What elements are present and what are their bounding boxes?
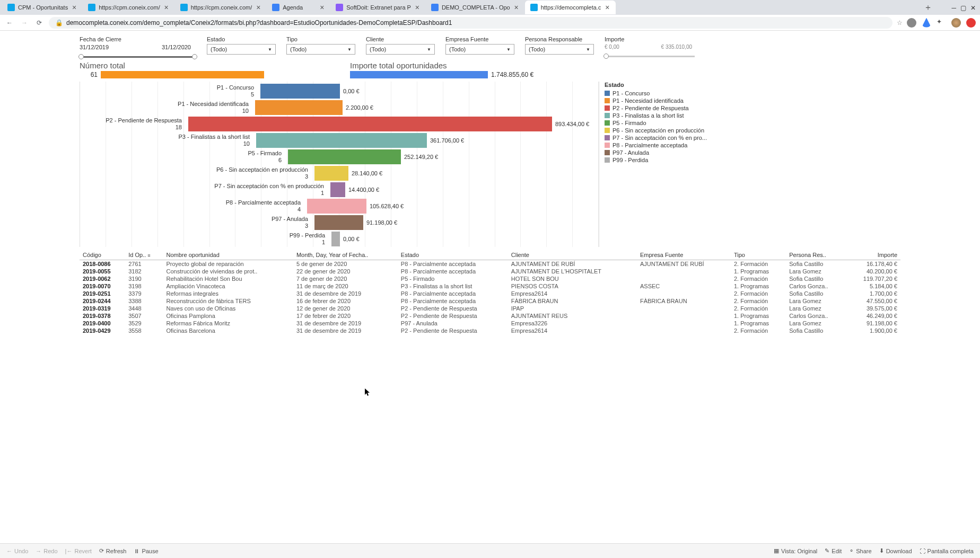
table-row[interactable]: 2019-0244 3388 Reconstrucción de fábrica… bbox=[80, 297, 900, 305]
funnel-row[interactable]: P2 - Pendiente de Respuesta18 893.434,00… bbox=[80, 116, 599, 132]
legend-item[interactable]: P3 - Finalistas a la short list bbox=[605, 112, 707, 119]
maximize-button[interactable]: ▢ bbox=[960, 4, 966, 12]
legend-item[interactable]: P7 - Sin acceptación con % en pro... bbox=[605, 135, 707, 141]
table-row[interactable]: 2018-0086 2761 Proyecto global de repara… bbox=[80, 260, 900, 268]
funnel-chart[interactable]: P1 - Concurso5 0,00 € P1 - Necesidad ide… bbox=[80, 82, 599, 247]
col-id[interactable]: Id Op.. ≡ bbox=[125, 250, 163, 260]
table-row[interactable]: 2019-0400 3529 Reformas Fábrica Moritz 3… bbox=[80, 320, 900, 327]
funnel-bar[interactable] bbox=[255, 100, 343, 115]
extensions-menu-icon[interactable]: ✦ bbox=[937, 18, 946, 28]
persona-dropdown[interactable]: (Todo)▼ bbox=[525, 44, 594, 55]
forward-button[interactable]: → bbox=[19, 17, 30, 28]
tab-close-icon[interactable]: × bbox=[71, 4, 77, 11]
col-persona[interactable]: Persona Res.. bbox=[786, 250, 846, 260]
new-tab-button[interactable]: ＋ bbox=[924, 2, 932, 13]
tab-close-icon[interactable]: × bbox=[513, 4, 520, 11]
legend-item[interactable]: P5 - Firmado bbox=[605, 120, 707, 126]
tab-label: Agenda bbox=[283, 4, 316, 11]
legend-item[interactable]: P2 - Pendiente de Respuesta bbox=[605, 105, 707, 111]
tab-favicon bbox=[7, 4, 15, 11]
browser-tab[interactable]: DEMO_COMPLETA - Opo× bbox=[426, 1, 525, 14]
funnel-row[interactable]: P99 - Perdida1 0,00 € bbox=[80, 231, 599, 247]
table-row[interactable]: 2019-0070 3198 Ampliación Vinacoteca 11 … bbox=[80, 282, 900, 290]
table-row[interactable]: 2019-0055 3182 Construcción de viviendas… bbox=[80, 268, 900, 275]
browser-tab[interactable]: https://democompleta.c× bbox=[525, 1, 616, 14]
funnel-row[interactable]: P8 - Parcialmente acceptada4 105.628,40 … bbox=[80, 198, 599, 214]
funnel-bar[interactable] bbox=[314, 215, 363, 230]
funnel-bar[interactable] bbox=[260, 84, 340, 99]
fecha-slider[interactable] bbox=[80, 56, 196, 58]
table-row[interactable]: 2019-0429 3558 Oficinas Barcelona 31 de … bbox=[80, 327, 900, 334]
ext-icon-5[interactable] bbox=[966, 18, 976, 28]
funnel-bar[interactable] bbox=[288, 149, 401, 164]
funnel-value: 252.149,20 € bbox=[404, 154, 438, 160]
col-codigo[interactable]: Código bbox=[80, 250, 125, 260]
legend-item[interactable]: P99 - Perdida bbox=[605, 157, 707, 163]
table-row[interactable]: 2019-0378 3507 Oficinas Pamplona 17 de f… bbox=[80, 312, 900, 320]
funnel-row[interactable]: P97 - Anulada3 91.198,00 € bbox=[80, 214, 599, 231]
legend-item[interactable]: P1 - Concurso bbox=[605, 90, 707, 96]
funnel-bar[interactable] bbox=[314, 166, 348, 181]
legend-item[interactable]: P1 - Necesidad identificada bbox=[605, 98, 707, 104]
browser-tab[interactable]: SoftDoit: Extranet para P× bbox=[330, 1, 426, 14]
browser-tab[interactable]: https://cpm.coneix.com/× bbox=[83, 1, 175, 14]
funnel-row[interactable]: P6 - Sin acceptación en producción3 28.1… bbox=[80, 165, 599, 181]
legend-label: P1 - Necesidad identificada bbox=[612, 98, 684, 104]
back-button[interactable]: ← bbox=[4, 17, 15, 28]
tab-close-icon[interactable]: × bbox=[255, 4, 261, 11]
reload-button[interactable]: ⟳ bbox=[34, 17, 45, 28]
tab-close-icon[interactable]: × bbox=[414, 4, 421, 11]
funnel-row[interactable]: P7 - Sin acceptación con % en producción… bbox=[80, 181, 599, 198]
close-window-button[interactable]: ✕ bbox=[970, 4, 976, 12]
legend-item[interactable]: P8 - Parcialmente acceptada bbox=[605, 142, 707, 148]
browser-tab[interactable]: https://cpm.coneix.com/× bbox=[175, 1, 267, 14]
cell-id: 3558 bbox=[125, 327, 163, 334]
tab-close-icon[interactable]: × bbox=[163, 4, 170, 11]
cell-codigo: 2019-0319 bbox=[80, 305, 125, 312]
tab-close-icon[interactable]: × bbox=[319, 4, 325, 11]
empresa-dropdown[interactable]: (Todo)▼ bbox=[445, 44, 514, 55]
avatar[interactable] bbox=[951, 18, 961, 28]
kpi-importe-bar[interactable] bbox=[350, 71, 488, 78]
funnel-bar[interactable] bbox=[256, 133, 427, 148]
browser-tab[interactable]: Agenda× bbox=[267, 1, 330, 14]
importe-slider[interactable] bbox=[605, 56, 695, 57]
ext-icon-2[interactable] bbox=[922, 18, 931, 28]
funnel-row[interactable]: P1 - Concurso5 0,00 € bbox=[80, 83, 599, 99]
table-row[interactable]: 2019-0319 3448 Naves con uso de Oficinas… bbox=[80, 305, 900, 312]
funnel-row[interactable]: P3 - Finalistas a la short list10 361.70… bbox=[80, 132, 599, 148]
cell-codigo: 2019-0400 bbox=[80, 320, 125, 327]
funnel-row[interactable]: P1 - Necesidad identificada10 2.200,00 € bbox=[80, 99, 599, 116]
minimize-button[interactable]: ─ bbox=[951, 4, 956, 12]
tab-label: https://cpm.coneix.com/ bbox=[99, 4, 160, 11]
estado-dropdown[interactable]: (Todo)▼ bbox=[207, 44, 276, 55]
kpi-numero-bar[interactable] bbox=[101, 71, 264, 78]
col-nombre[interactable]: Nombre oportunidad bbox=[163, 250, 293, 260]
funnel-bar[interactable] bbox=[331, 232, 340, 246]
col-estado[interactable]: Estado bbox=[398, 250, 508, 260]
tipo-dropdown[interactable]: (Todo)▼ bbox=[286, 44, 355, 55]
cell-tipo: 2. Formación bbox=[731, 297, 786, 305]
browser-tab[interactable]: CPM - Oportunitats× bbox=[2, 1, 83, 14]
table-row[interactable]: 2019-0062 3190 Rehabilitación Hotel Son … bbox=[80, 275, 900, 282]
col-importe[interactable]: Importe bbox=[846, 250, 900, 260]
bookmark-icon[interactable]: ☆ bbox=[897, 19, 903, 26]
cliente-dropdown[interactable]: (Todo)▼ bbox=[366, 44, 435, 55]
funnel-row[interactable]: P5 - Firmado6 252.149,20 € bbox=[80, 148, 599, 165]
kpi-numero-title: Número total bbox=[80, 61, 350, 70]
filter-persona: Persona Responsable (Todo)▼ bbox=[525, 36, 594, 58]
col-fecha[interactable]: Month, Day, Year of Fecha.. bbox=[293, 250, 398, 260]
funnel-bar[interactable] bbox=[188, 117, 552, 131]
funnel-bar[interactable] bbox=[330, 182, 345, 197]
funnel-bar[interactable] bbox=[307, 199, 366, 214]
col-cliente[interactable]: Cliente bbox=[508, 250, 637, 260]
col-tipo[interactable]: Tipo bbox=[731, 250, 786, 260]
table-row[interactable]: 2019-0251 3379 Reformas integrales 31 de… bbox=[80, 290, 900, 297]
cell-estado: P97 - Anulada bbox=[398, 320, 508, 327]
tab-close-icon[interactable]: × bbox=[604, 4, 610, 11]
col-empresa[interactable]: Empresa Fuente bbox=[637, 250, 731, 260]
url-bar[interactable]: 🔒 democompleta.coneix.com/demo_completa/… bbox=[49, 17, 892, 29]
ext-icon-1[interactable] bbox=[907, 18, 916, 28]
legend-item[interactable]: P6 - Sin acceptación en producción bbox=[605, 127, 707, 134]
legend-item[interactable]: P97 - Anulada bbox=[605, 149, 707, 156]
